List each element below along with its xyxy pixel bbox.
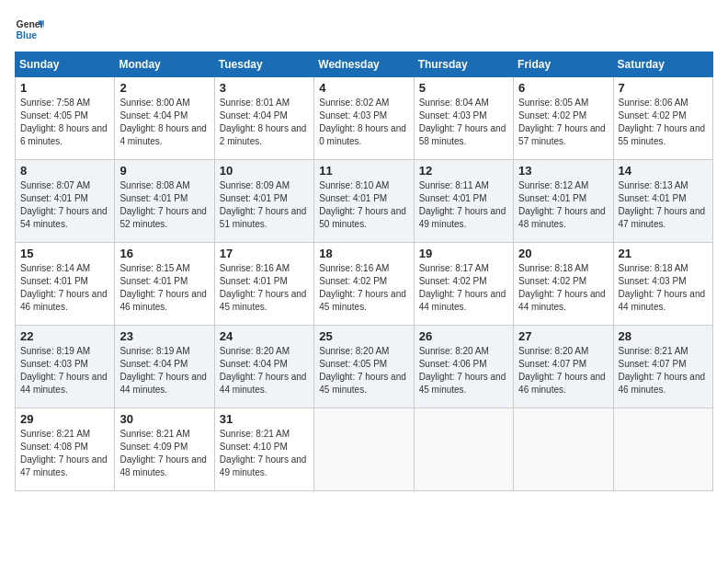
day-info: Sunrise: 8:19 AMSunset: 4:03 PMDaylight:… — [20, 345, 109, 396]
col-header-saturday: Saturday — [613, 52, 712, 77]
day-info: Sunrise: 8:20 AMSunset: 4:06 PMDaylight:… — [419, 345, 508, 396]
day-number: 3 — [220, 81, 309, 95]
calendar-cell: 11Sunrise: 8:10 AMSunset: 4:01 PMDayligh… — [314, 160, 414, 243]
day-info: Sunrise: 8:17 AMSunset: 4:02 PMDaylight:… — [419, 262, 508, 314]
calendar-cell: 25Sunrise: 8:20 AMSunset: 4:05 PMDayligh… — [314, 326, 414, 408]
calendar-cell: 29Sunrise: 8:21 AMSunset: 4:08 PMDayligh… — [16, 408, 115, 491]
day-number: 8 — [20, 164, 109, 178]
day-info: Sunrise: 7:58 AMSunset: 4:05 PMDaylight:… — [20, 97, 109, 148]
day-number: 4 — [319, 81, 408, 95]
day-info: Sunrise: 8:10 AMSunset: 4:01 PMDaylight:… — [319, 179, 408, 231]
page-header: General Blue — [15, 15, 713, 44]
calendar-week-4: 22Sunrise: 8:19 AMSunset: 4:03 PMDayligh… — [16, 326, 713, 408]
day-number: 30 — [119, 412, 209, 426]
day-number: 11 — [319, 164, 408, 178]
day-info: Sunrise: 8:16 AMSunset: 4:01 PMDaylight:… — [220, 262, 309, 314]
calendar-cell — [514, 408, 613, 491]
day-info: Sunrise: 8:21 AMSunset: 4:10 PMDaylight:… — [220, 428, 309, 479]
day-info: Sunrise: 8:02 AMSunset: 4:03 PMDaylight:… — [319, 97, 408, 148]
calendar-cell: 4Sunrise: 8:02 AMSunset: 4:03 PMDaylight… — [314, 77, 414, 160]
calendar-cell — [414, 408, 513, 491]
day-info: Sunrise: 8:19 AMSunset: 4:04 PMDaylight:… — [119, 345, 209, 396]
day-info: Sunrise: 8:12 AMSunset: 4:01 PMDaylight:… — [518, 179, 608, 231]
day-info: Sunrise: 8:07 AMSunset: 4:01 PMDaylight:… — [20, 179, 109, 231]
day-number: 24 — [220, 329, 309, 343]
day-info: Sunrise: 8:09 AMSunset: 4:01 PMDaylight:… — [220, 179, 309, 231]
day-number: 6 — [518, 81, 608, 95]
day-info: Sunrise: 8:11 AMSunset: 4:01 PMDaylight:… — [419, 179, 508, 231]
day-number: 25 — [319, 329, 408, 343]
calendar-cell: 30Sunrise: 8:21 AMSunset: 4:09 PMDayligh… — [115, 408, 214, 491]
calendar-cell — [613, 408, 712, 491]
day-number: 5 — [419, 81, 508, 95]
calendar-cell: 14Sunrise: 8:13 AMSunset: 4:01 PMDayligh… — [613, 160, 712, 243]
day-info: Sunrise: 8:15 AMSunset: 4:01 PMDaylight:… — [119, 262, 209, 314]
day-number: 14 — [619, 164, 708, 178]
day-info: Sunrise: 8:20 AMSunset: 4:07 PMDaylight:… — [518, 345, 608, 396]
calendar-cell: 26Sunrise: 8:20 AMSunset: 4:06 PMDayligh… — [414, 326, 513, 408]
calendar-cell: 28Sunrise: 8:21 AMSunset: 4:07 PMDayligh… — [613, 326, 712, 408]
calendar-week-5: 29Sunrise: 8:21 AMSunset: 4:08 PMDayligh… — [16, 408, 713, 491]
calendar-table: SundayMondayTuesdayWednesdayThursdayFrid… — [15, 52, 713, 491]
day-info: Sunrise: 8:01 AMSunset: 4:04 PMDaylight:… — [220, 97, 309, 148]
day-number: 13 — [518, 164, 608, 178]
svg-text:Blue: Blue — [17, 30, 38, 40]
day-info: Sunrise: 8:21 AMSunset: 4:09 PMDaylight:… — [119, 428, 209, 479]
calendar-cell: 31Sunrise: 8:21 AMSunset: 4:10 PMDayligh… — [214, 408, 313, 491]
calendar-week-3: 15Sunrise: 8:14 AMSunset: 4:01 PMDayligh… — [16, 243, 713, 326]
calendar-cell: 3Sunrise: 8:01 AMSunset: 4:04 PMDaylight… — [214, 77, 313, 160]
calendar-cell: 27Sunrise: 8:20 AMSunset: 4:07 PMDayligh… — [514, 326, 613, 408]
day-number: 10 — [220, 164, 309, 178]
day-info: Sunrise: 8:21 AMSunset: 4:08 PMDaylight:… — [20, 428, 109, 479]
calendar-cell: 2Sunrise: 8:00 AMSunset: 4:04 PMDaylight… — [115, 77, 214, 160]
day-number: 27 — [518, 329, 608, 343]
day-number: 20 — [518, 247, 608, 260]
day-info: Sunrise: 8:18 AMSunset: 4:02 PMDaylight:… — [518, 262, 608, 314]
col-header-sunday: Sunday — [16, 52, 115, 77]
day-info: Sunrise: 8:00 AMSunset: 4:04 PMDaylight:… — [119, 97, 209, 148]
calendar-cell: 16Sunrise: 8:15 AMSunset: 4:01 PMDayligh… — [115, 243, 214, 326]
day-number: 16 — [119, 247, 209, 260]
day-number: 23 — [119, 329, 209, 343]
calendar-cell — [314, 408, 414, 491]
day-info: Sunrise: 8:20 AMSunset: 4:04 PMDaylight:… — [220, 345, 309, 396]
calendar-cell: 10Sunrise: 8:09 AMSunset: 4:01 PMDayligh… — [214, 160, 313, 243]
calendar-week-1: 1Sunrise: 7:58 AMSunset: 4:05 PMDaylight… — [16, 77, 713, 160]
calendar-cell: 8Sunrise: 8:07 AMSunset: 4:01 PMDaylight… — [16, 160, 115, 243]
logo-icon: General Blue — [15, 15, 44, 44]
day-number: 1 — [20, 81, 109, 95]
calendar-cell: 19Sunrise: 8:17 AMSunset: 4:02 PMDayligh… — [414, 243, 513, 326]
day-number: 28 — [619, 329, 708, 343]
day-number: 21 — [619, 247, 708, 260]
day-info: Sunrise: 8:05 AMSunset: 4:02 PMDaylight:… — [518, 97, 608, 148]
day-info: Sunrise: 8:08 AMSunset: 4:01 PMDaylight:… — [119, 179, 209, 231]
day-number: 29 — [20, 412, 109, 426]
day-info: Sunrise: 8:18 AMSunset: 4:03 PMDaylight:… — [619, 262, 708, 314]
calendar-cell: 20Sunrise: 8:18 AMSunset: 4:02 PMDayligh… — [514, 243, 613, 326]
col-header-tuesday: Tuesday — [214, 52, 313, 77]
day-number: 22 — [20, 329, 109, 343]
col-header-thursday: Thursday — [414, 52, 513, 77]
calendar-cell: 22Sunrise: 8:19 AMSunset: 4:03 PMDayligh… — [16, 326, 115, 408]
calendar-cell: 9Sunrise: 8:08 AMSunset: 4:01 PMDaylight… — [115, 160, 214, 243]
calendar-cell: 23Sunrise: 8:19 AMSunset: 4:04 PMDayligh… — [115, 326, 214, 408]
day-number: 18 — [319, 247, 408, 260]
day-info: Sunrise: 8:14 AMSunset: 4:01 PMDaylight:… — [20, 262, 109, 314]
calendar-cell: 18Sunrise: 8:16 AMSunset: 4:02 PMDayligh… — [314, 243, 414, 326]
calendar-cell: 1Sunrise: 7:58 AMSunset: 4:05 PMDaylight… — [16, 77, 115, 160]
day-number: 26 — [419, 329, 508, 343]
calendar-cell: 24Sunrise: 8:20 AMSunset: 4:04 PMDayligh… — [214, 326, 313, 408]
day-number: 19 — [419, 247, 508, 260]
col-header-wednesday: Wednesday — [314, 52, 414, 77]
calendar-cell: 7Sunrise: 8:06 AMSunset: 4:02 PMDaylight… — [613, 77, 712, 160]
calendar-cell: 13Sunrise: 8:12 AMSunset: 4:01 PMDayligh… — [514, 160, 613, 243]
calendar-cell: 17Sunrise: 8:16 AMSunset: 4:01 PMDayligh… — [214, 243, 313, 326]
day-info: Sunrise: 8:13 AMSunset: 4:01 PMDaylight:… — [619, 179, 708, 231]
day-number: 17 — [220, 247, 309, 260]
calendar-header-row: SundayMondayTuesdayWednesdayThursdayFrid… — [16, 52, 713, 77]
calendar-cell: 21Sunrise: 8:18 AMSunset: 4:03 PMDayligh… — [613, 243, 712, 326]
day-info: Sunrise: 8:04 AMSunset: 4:03 PMDaylight:… — [419, 97, 508, 148]
day-number: 2 — [119, 81, 209, 95]
day-info: Sunrise: 8:21 AMSunset: 4:07 PMDaylight:… — [619, 345, 708, 396]
col-header-monday: Monday — [115, 52, 214, 77]
